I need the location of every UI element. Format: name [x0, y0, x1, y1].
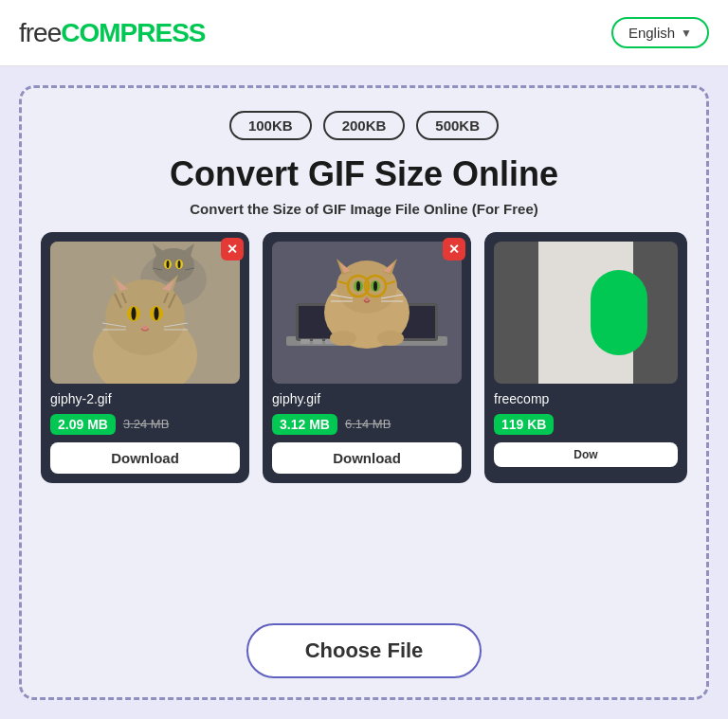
preset-200kb[interactable]: 200KB [323, 111, 406, 140]
logo-free: free [19, 18, 61, 47]
file-sizes-1: 3.12 MB 6.14 MB [272, 414, 462, 435]
file-name-0: giphy-2.gif [50, 391, 240, 406]
file-card-1: ✕ [263, 232, 471, 483]
file-name-1: giphy.gif [272, 391, 462, 406]
preset-500kb[interactable]: 500KB [416, 111, 499, 140]
size-old-1: 6.14 MB [345, 417, 391, 431]
thumbnail-image-2 [494, 242, 678, 384]
presets-row: 100KB 200KB 500KB [229, 111, 499, 140]
site-logo: freeCOMPRESS [19, 18, 206, 48]
close-button-1[interactable]: ✕ [443, 238, 465, 261]
size-new-0: 2.09 MB [50, 414, 116, 435]
thumbnail-image-1 [272, 242, 462, 384]
file-thumbnail-0 [50, 242, 240, 384]
main-content: 100KB 200KB 500KB Convert GIF Size Onlin… [0, 66, 728, 719]
upload-container: 100KB 200KB 500KB Convert GIF Size Onlin… [19, 85, 709, 700]
app-header: freeCOMPRESS English ▼ [0, 0, 728, 66]
choose-file-button[interactable]: Choose File [246, 623, 482, 678]
chevron-down-icon: ▼ [681, 27, 692, 40]
svg-point-63 [377, 331, 404, 346]
file-sizes-0: 2.09 MB 3.24 MB [50, 414, 240, 435]
size-new-2: 119 KB [494, 414, 554, 435]
svg-point-62 [330, 331, 356, 346]
language-button[interactable]: English ▼ [611, 17, 709, 48]
download-button-2[interactable]: Dow [494, 442, 678, 467]
svg-point-55 [356, 281, 360, 291]
file-card-0: ✕ [41, 232, 249, 483]
svg-point-10 [167, 261, 170, 268]
file-card-2: freecomp 119 KB Dow [484, 232, 687, 483]
page-title: Convert GIF Size Online [170, 155, 558, 193]
language-label: English [628, 25, 675, 41]
file-thumbnail-2 [494, 242, 678, 384]
close-button-0[interactable]: ✕ [221, 238, 244, 261]
page-subtitle: Convert the Size of GIF Image File Onlin… [190, 201, 538, 217]
svg-point-56 [373, 281, 377, 291]
svg-rect-65 [591, 270, 647, 355]
svg-point-25 [155, 307, 159, 320]
svg-point-11 [178, 261, 181, 268]
file-sizes-2: 119 KB [494, 414, 678, 435]
size-old-0: 3.24 MB [123, 417, 169, 431]
logo-compress: COMPRESS [61, 18, 205, 47]
svg-point-13 [105, 279, 185, 355]
svg-point-24 [132, 307, 136, 320]
download-button-1[interactable]: Download [272, 442, 462, 474]
file-name-2: freecomp [494, 391, 678, 406]
size-new-1: 3.12 MB [272, 414, 337, 435]
svg-rect-35 [300, 339, 310, 344]
thumbnail-image-0 [50, 242, 240, 384]
download-button-0[interactable]: Download [50, 442, 240, 474]
files-row: ✕ [41, 232, 687, 483]
file-thumbnail-1 [272, 242, 462, 384]
preset-100kb[interactable]: 100KB [229, 111, 312, 140]
svg-rect-36 [313, 339, 322, 344]
